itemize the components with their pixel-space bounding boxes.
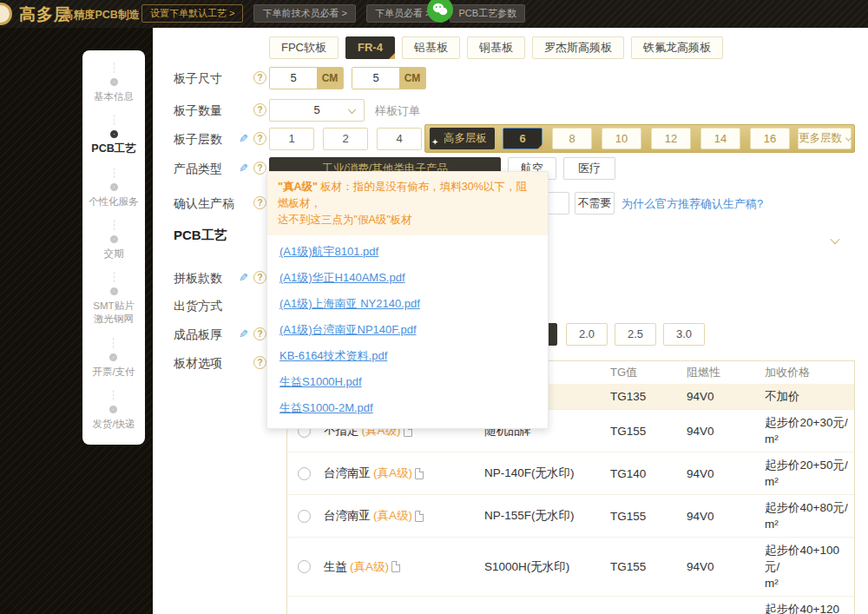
price-line1: 起步价20+30元/ — [765, 414, 852, 431]
material-tab[interactable]: FPC软板 — [269, 36, 339, 59]
material-table-row[interactable]: 台湾南亚 (真A级) NP-155F(无水印) TG155 94V0 起步价40… — [287, 494, 854, 537]
datasheet-icon[interactable] — [415, 468, 424, 479]
layer-option-1[interactable]: 1 — [269, 128, 314, 150]
header-button[interactable]: 下单前技术员必看 > — [253, 4, 355, 23]
help-icon[interactable]: ? — [253, 103, 266, 116]
datasheet-icon[interactable] — [415, 511, 424, 522]
edit-icon[interactable]: ✎ — [239, 162, 248, 175]
stepper-item[interactable]: PCB工艺 — [91, 115, 135, 155]
chevron-down-icon — [845, 135, 852, 142]
brand-name: 台湾南亚 — [324, 508, 371, 524]
order-stepper: 基本信息 PCB工艺 个性化服务 交期 — [82, 50, 145, 445]
price-line2: m² — [765, 473, 852, 490]
tg-cell: TG155 — [610, 425, 687, 438]
help-icon[interactable]: ? — [253, 71, 266, 84]
brand-cell: 生益 (真A级) — [324, 559, 484, 575]
board-height-input[interactable]: 5 — [352, 68, 399, 89]
thickness-option-30[interactable]: 3.0 — [663, 323, 705, 346]
header-button[interactable]: PCB工艺参数 — [450, 4, 525, 23]
chevron-down-icon — [830, 234, 839, 244]
chevron-down-icon — [348, 105, 357, 114]
layer-option-4[interactable]: 4 — [377, 128, 422, 150]
material-radio[interactable] — [298, 467, 311, 480]
material-table-row[interactable]: 生益 (真A级) S1000-2M(无水印) TG170 94V0 起步价40+… — [287, 596, 854, 614]
panel-count-label: 拼板款数 — [174, 271, 222, 287]
material-tab[interactable]: 罗杰斯高频板 — [532, 36, 624, 59]
tg-column-header: TG值 — [610, 365, 687, 380]
datasheet-link[interactable]: KB-6164技术资料.pdf — [279, 348, 536, 364]
tg-cell: TG140 — [610, 467, 687, 480]
board-qty-select[interactable]: 5 — [269, 99, 365, 122]
edit-icon[interactable]: ✎ — [239, 327, 248, 340]
step-label: 交期 — [104, 248, 124, 261]
layer-option[interactable]: 10 — [602, 128, 641, 149]
datasheet-link[interactable]: 生益S1000-2M.pdf — [279, 400, 536, 416]
model-cell: S1000H(无水印) — [484, 559, 610, 575]
datasheet-link[interactable]: (A1级)华正H140AMS.pdf — [279, 270, 536, 286]
board-width-input-group: 5 CM — [269, 67, 344, 89]
flame-cell: 94V0 — [687, 467, 765, 480]
more-layers-dropdown[interactable]: 更多层数 — [798, 128, 852, 149]
material-radio[interactable] — [298, 510, 311, 523]
step-dot-icon — [110, 78, 118, 86]
stepper-item[interactable]: 发货/快递 — [92, 390, 135, 431]
board-width-input[interactable]: 5 — [270, 68, 317, 89]
material-tab[interactable]: FR-4 — [345, 36, 395, 59]
material-table-row[interactable]: 生益 (真A级) S1000H(无水印) TG155 94V0 起步价40+10… — [287, 537, 854, 596]
help-icon[interactable]: ? — [253, 327, 266, 340]
board-qty-label: 板子数量 — [174, 103, 222, 119]
layer-option[interactable]: 12 — [651, 128, 691, 149]
step-label: 开票/支付 — [92, 366, 135, 379]
price-line1: 不加价 — [765, 388, 852, 405]
thickness-option-20[interactable]: 2.0 — [566, 323, 608, 346]
thickness-option-25[interactable]: 2.5 — [615, 323, 656, 346]
layer-option[interactable]: 14 — [700, 128, 740, 149]
top-header-bar: 高多层 高精度PCB制造 设置下单默认工艺 > 下单前技术员必看 > 下单员必看… — [0, 0, 868, 28]
price-cell: 起步价40+120元/ m² — [765, 597, 856, 614]
layer-option-2[interactable]: 2 — [323, 128, 368, 150]
help-icon[interactable]: ? — [253, 196, 266, 209]
edit-icon[interactable]: ✎ — [239, 271, 248, 284]
tg-cell: TG135 — [610, 390, 687, 403]
edit-icon[interactable]: ✎ — [239, 132, 248, 145]
stepper-item[interactable]: 个性化服务 — [89, 168, 139, 208]
confirm-draft-no-button[interactable]: 不需要 — [575, 192, 615, 215]
price-cell: 不加价 — [765, 384, 856, 409]
material-tab[interactable]: 铁氟龙高频板 — [631, 36, 723, 59]
material-radio[interactable] — [298, 560, 311, 573]
help-icon[interactable]: ? — [253, 356, 266, 369]
layer-option[interactable]: 8 — [552, 128, 592, 149]
header-button[interactable]: 设置下单默认工艺 > — [141, 4, 243, 23]
step-label: 个性化服务 — [89, 195, 139, 208]
layer-option[interactable]: 16 — [750, 128, 790, 149]
material-table-row[interactable]: 台湾南亚 (真A级) NP-140F(无水印) TG140 94V0 起步价20… — [287, 452, 854, 494]
help-icon[interactable]: ? — [253, 271, 266, 284]
tg-cell: TG155 — [610, 560, 687, 573]
why-confirm-draft-link[interactable]: 为什么官方推荐确认生产稿? — [621, 196, 763, 212]
board-height-input-group: 5 CM — [352, 67, 426, 89]
datasheet-links: (A1级)航宇8101.pdf (A1级)华正H140AMS.pdf (A1级)… — [267, 235, 548, 428]
brand-name: 台湾南亚 — [324, 465, 371, 481]
price-line1: 起步价40+120元/ — [765, 601, 852, 614]
material-tab[interactable]: 铝基板 — [402, 36, 460, 59]
stepper-item[interactable]: SMT贴片 激光钢网 — [93, 272, 134, 326]
step-label-line2: 激光钢网 — [94, 313, 134, 326]
help-icon[interactable]: ? — [253, 132, 266, 145]
layer-option[interactable]: 6 — [503, 128, 542, 149]
price-cell: 起步价20+50元/ m² — [765, 452, 856, 494]
datasheet-icon[interactable] — [391, 561, 400, 572]
stepper-item[interactable]: 交期 — [104, 220, 124, 261]
material-tab[interactable]: 铜基板 — [467, 36, 525, 59]
stepper-item[interactable]: 开票/支付 — [92, 338, 135, 379]
datasheet-link[interactable]: (A1级)航宇8101.pdf — [279, 244, 536, 260]
grade-warning-text: "真A级" 板材：指的是没有偷布，填料30%以下，阻燃板材， 达不到这三点为"假… — [267, 172, 548, 235]
price-cell: 起步价20+30元/ m² — [765, 410, 856, 452]
product-type-medical[interactable]: 医疗 — [563, 157, 615, 180]
help-icon[interactable]: ? — [253, 162, 266, 175]
datasheet-link[interactable]: (A1级)上海南亚 NY2140.pdf — [279, 296, 536, 312]
brand-tagline: 高精度PCB制造 — [62, 8, 140, 23]
stepper-item[interactable]: 基本信息 — [94, 63, 134, 103]
datasheet-link[interactable]: (A1级)台湾南亚NP140F.pdf — [279, 322, 536, 338]
collapse-section-control[interactable] — [832, 232, 838, 248]
datasheet-link[interactable]: 生益S1000H.pdf — [279, 374, 536, 390]
